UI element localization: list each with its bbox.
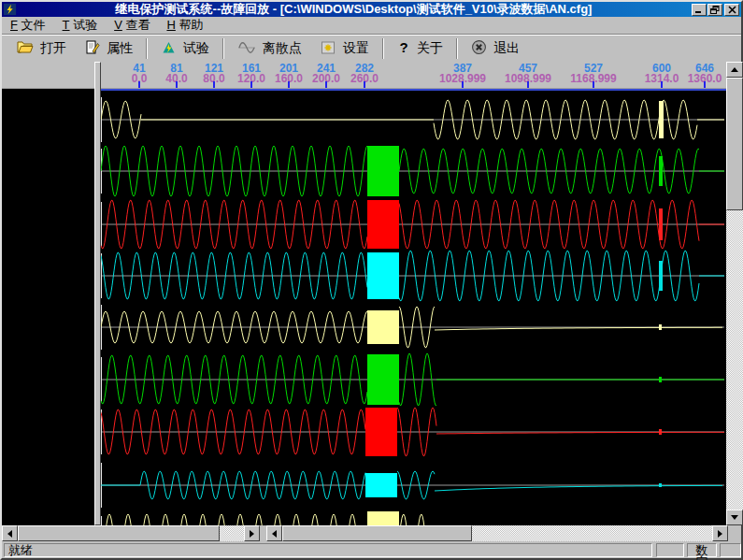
status-panel-scroll	[720, 543, 741, 557]
app-icon	[4, 3, 17, 16]
event-marker-bar	[659, 377, 662, 382]
menu-file-label: 文件	[21, 18, 46, 32]
menu-test[interactable]: T 试验	[54, 16, 107, 35]
fault-burst-block	[367, 252, 399, 299]
question-mark-icon: ?	[397, 40, 410, 58]
properties-label: 属性	[107, 40, 133, 57]
menu-file[interactable]: F 文件	[2, 16, 54, 35]
menu-view-hotkey: V	[114, 18, 122, 32]
sine-wave-icon	[237, 40, 256, 58]
tick-mark	[250, 81, 252, 88]
scroll-left-button[interactable]	[266, 525, 282, 541]
fault-burst-block	[367, 200, 399, 249]
arrow-right-icon	[250, 530, 258, 538]
tick-mark	[325, 81, 327, 88]
about-button[interactable]: ? 关于	[388, 38, 452, 60]
toolbar: 打开 属性 试验 离散点 设置 ? 关于 退出	[2, 36, 741, 62]
toolbar-separator	[456, 38, 458, 59]
test-label: 试验	[183, 40, 209, 57]
label-scroll-thumb[interactable]	[18, 525, 220, 541]
event-marker-bar	[659, 261, 663, 291]
tick-mark	[176, 81, 178, 88]
tick-mark	[462, 81, 464, 88]
settings-label: 设置	[343, 40, 369, 57]
fault-burst-block	[365, 408, 397, 456]
open-button[interactable]: 打开	[7, 38, 76, 59]
waveform-top-highlight	[101, 89, 726, 91]
channel-label-panel: 1 Ⅰ段母线UA-82.201V至82 Ⅰ段母线UB-102.420V至3 Ⅰ段…	[2, 89, 94, 525]
tick-mark	[364, 81, 365, 88]
fault-burst-block	[367, 354, 399, 405]
scroll-left-button[interactable]	[2, 525, 18, 541]
restore-button[interactable]	[707, 4, 722, 16]
scroll-down-button[interactable]	[726, 510, 743, 525]
titlebar[interactable]: 继电保护测试系统--故障回放 - [C:\WINDOWS\Desktop\测试软…	[2, 2, 741, 17]
test-bolt-icon	[161, 40, 177, 58]
tick-mark	[288, 81, 290, 88]
tick-mark	[704, 81, 706, 88]
about-label: 关于	[417, 40, 443, 57]
svg-text:?: ?	[399, 40, 407, 55]
fault-burst-block	[367, 511, 399, 525]
waveform-plot	[101, 89, 726, 525]
wave-scroll-thumb[interactable]	[282, 525, 472, 541]
statusbar: 就绪 数字	[2, 542, 741, 558]
waveform-area[interactable]	[101, 89, 726, 525]
label-scrollbar[interactable]	[2, 525, 260, 541]
vertical-scroll-thumb[interactable]	[726, 78, 743, 210]
status-message: 就绪	[4, 543, 652, 557]
discrete-points-label: 离散点	[263, 40, 302, 57]
scroll-right-button[interactable]	[712, 525, 728, 541]
menu-test-label: 试验	[73, 18, 97, 32]
menu-help-label: 帮助	[179, 18, 203, 32]
menu-test-hotkey: T	[63, 18, 70, 32]
scroll-right-button[interactable]	[244, 525, 260, 541]
app-window: 继电保护测试系统--故障回放 - [C:\WINDOWS\Desktop\测试软…	[0, 0, 743, 560]
menu-view[interactable]: V 查看	[106, 16, 158, 35]
fault-burst-block	[367, 310, 399, 344]
menu-file-hotkey: F	[10, 18, 18, 32]
exit-icon	[471, 39, 487, 58]
splitter-handle[interactable]	[94, 62, 101, 525]
fault-burst-block	[367, 146, 399, 196]
event-marker-bar	[659, 156, 663, 186]
event-marker-bar	[659, 483, 662, 487]
status-panel-num: 数字	[687, 543, 717, 557]
settings-icon	[321, 40, 336, 58]
arrow-right-icon	[718, 530, 726, 538]
event-marker-bar	[659, 429, 662, 435]
test-button[interactable]: 试验	[151, 38, 219, 60]
tick-mark	[138, 81, 140, 88]
tick-mark	[213, 81, 215, 88]
tick-mark	[527, 81, 529, 88]
open-folder-icon	[17, 40, 34, 57]
x-axis-tick: 6461360.0	[675, 64, 726, 84]
event-marker-bar	[659, 101, 664, 138]
menu-help[interactable]: H 帮助	[158, 16, 211, 35]
arrow-left-icon	[4, 530, 12, 538]
settings-button[interactable]: 设置	[311, 38, 379, 60]
arrow-left-icon	[268, 530, 277, 538]
event-marker-bar	[659, 324, 662, 330]
menu-view-label: 查看	[125, 18, 150, 32]
minimize-button[interactable]	[692, 4, 707, 16]
exit-label: 退出	[493, 40, 520, 57]
status-panel-caps	[656, 543, 684, 557]
arrow-up-icon	[731, 64, 738, 72]
vertical-scrollbar[interactable]	[726, 62, 743, 525]
properties-doc-icon	[85, 40, 100, 58]
discrete-points-button[interactable]: 离散点	[228, 38, 311, 60]
time-ms-label: 1360.0	[675, 74, 726, 84]
exit-button[interactable]: 退出	[462, 37, 529, 60]
wave-scrollbar[interactable]	[266, 525, 728, 541]
tick-mark	[661, 81, 663, 88]
menu-help-hotkey: H	[166, 18, 175, 32]
properties-button[interactable]: 属性	[76, 38, 142, 60]
close-button[interactable]	[724, 4, 739, 16]
tick-mark	[593, 81, 594, 88]
event-marker-bar	[659, 208, 663, 240]
toolbar-separator	[146, 38, 148, 59]
scroll-up-button[interactable]	[726, 62, 743, 78]
fault-burst-block	[365, 473, 397, 497]
arrow-down-icon	[731, 515, 738, 524]
